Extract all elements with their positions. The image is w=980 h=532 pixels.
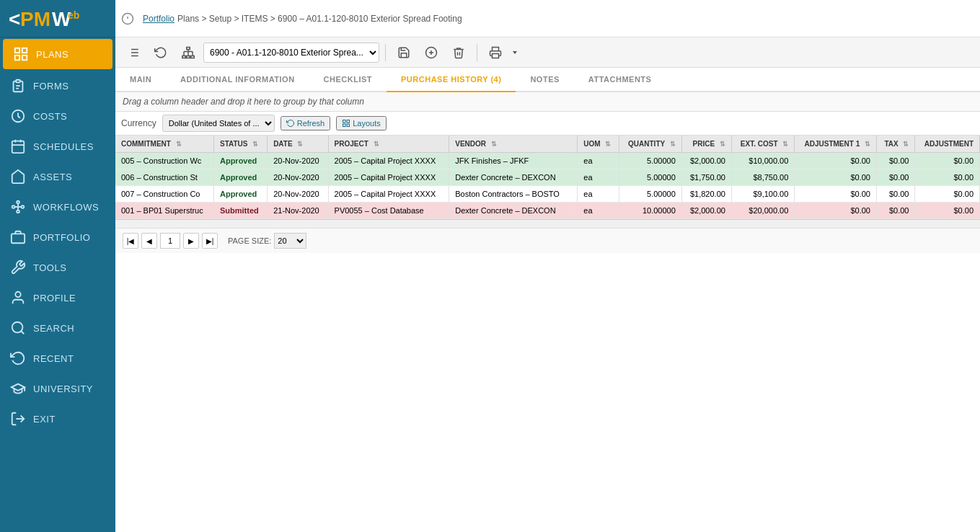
print-dropdown[interactable]: [483, 43, 521, 63]
sidebar-item-recent[interactable]: RECENT: [0, 343, 115, 373]
add-button[interactable]: [419, 43, 443, 63]
list-view-button[interactable]: [121, 43, 146, 63]
table-row[interactable]: 007 – Construction CoApproved20-Nov-2020…: [115, 186, 980, 203]
table-cell: ea: [578, 169, 619, 186]
table-cell: 21-Nov-2020: [268, 203, 328, 219]
page-last-button[interactable]: ▶|: [202, 233, 218, 249]
table-cell: $1,820.00: [681, 186, 731, 203]
print-button[interactable]: [483, 43, 507, 63]
table-row[interactable]: 006 – Construction StApproved20-Nov-2020…: [115, 169, 980, 186]
groupby-bar: Drag a column header and drop it here to…: [115, 92, 980, 112]
table-cell: $9,100.00: [731, 186, 794, 203]
sidebar-label-exit: EXIT: [33, 414, 56, 425]
table-container: COMMITMENT ⇅ STATUS ⇅ DATE ⇅ PROJECT: [115, 136, 980, 219]
table-cell: 2005 – Capital Project XXXX: [328, 169, 449, 186]
table-cell: ea: [578, 203, 619, 219]
col-tax[interactable]: TAX ⇅: [876, 136, 914, 153]
col-date[interactable]: DATE ⇅: [268, 136, 328, 153]
svg-rect-52: [347, 120, 350, 123]
col-uom[interactable]: UOM ⇅: [578, 136, 619, 153]
delete-button[interactable]: [446, 43, 471, 63]
sidebar-item-portfolio[interactable]: PORTFOLIO: [0, 222, 115, 252]
table-cell: 20-Nov-2020: [268, 186, 328, 203]
svg-rect-51: [343, 120, 346, 123]
table-row[interactable]: 001 – BP01 SuperstrucSubmitted21-Nov-202…: [115, 203, 980, 219]
col-vendor[interactable]: VENDOR ⇅: [449, 136, 578, 153]
save-button[interactable]: [392, 43, 416, 63]
sidebar-label-workflows: WORKFLOWS: [33, 202, 99, 213]
table-cell: 001 – BP01 Superstruc: [115, 203, 213, 219]
print-dropdown-arrow[interactable]: [508, 45, 521, 60]
tab-additional-information[interactable]: ADDITIONAL INFORMATION: [166, 68, 309, 92]
sidebar-item-search[interactable]: SEARCH: [0, 313, 115, 343]
history-button[interactable]: [149, 43, 173, 63]
sidebar-item-tools[interactable]: TOOLS: [0, 252, 115, 283]
svg-point-16: [12, 205, 15, 208]
table-cell: 006 – Construction St: [115, 169, 213, 186]
scroll-bar[interactable]: [115, 219, 980, 228]
table-body: 005 – Construction WcApproved20-Nov-2020…: [115, 153, 980, 219]
svg-rect-7: [22, 56, 27, 60]
table-cell: $10,000.00: [731, 153, 794, 169]
table-cell: $2,000.00: [681, 203, 731, 219]
svg-rect-22: [12, 234, 25, 243]
sidebar-item-schedules[interactable]: SCHEDULES: [0, 131, 115, 161]
table-cell: ea: [578, 153, 619, 169]
sidebar-label-tools: TOOLS: [33, 262, 66, 273]
sidebar-item-workflows[interactable]: WORKFLOWS: [0, 192, 115, 222]
col-ext-cost[interactable]: EXT. COST ⇅: [731, 136, 794, 153]
main-content: Portfolio Plans > Setup > ITEMS > 6900 –…: [115, 0, 980, 532]
currency-select[interactable]: Dollar (United States of ...: [162, 115, 275, 132]
sidebar-item-university[interactable]: UNIVERSITY: [0, 373, 115, 404]
table-cell: $0.00: [876, 186, 914, 203]
col-project[interactable]: PROJECT ⇅: [328, 136, 449, 153]
col-adjustment2[interactable]: ADJUSTMENT: [915, 136, 980, 153]
record-select[interactable]: 6900 - A01.1-120-8010 Exterior Sprea...: [203, 43, 379, 63]
tab-main[interactable]: MAIN: [115, 68, 166, 92]
sidebar-item-plans[interactable]: PLANS: [3, 39, 112, 69]
breadcrumb-portfolio[interactable]: Portfolio: [143, 14, 175, 24]
svg-point-23: [15, 292, 20, 297]
tab-attachments[interactable]: ATTACHMENTS: [574, 68, 666, 92]
page-prev-button[interactable]: ◀: [141, 233, 157, 249]
sort-icon-ext-cost: ⇅: [782, 141, 788, 148]
col-quantity[interactable]: QUANTITY ⇅: [619, 136, 682, 153]
sidebar-label-recent: RECENT: [33, 353, 74, 364]
svg-point-18: [22, 205, 25, 208]
sidebar-item-profile[interactable]: PROFILE: [0, 283, 115, 313]
sidebar-label-plans: PLANS: [36, 49, 69, 60]
tab-purchase-history[interactable]: PURCHASE HISTORY (4): [387, 68, 516, 92]
table-cell: $20,000.00: [731, 203, 794, 219]
tab-notes[interactable]: NOTES: [516, 68, 573, 92]
col-commitment[interactable]: COMMITMENT ⇅: [115, 136, 213, 153]
table-row[interactable]: 005 – Construction WcApproved20-Nov-2020…: [115, 153, 980, 169]
page-current-input[interactable]: [160, 233, 180, 249]
table-cell: $8,750.00: [731, 169, 794, 186]
svg-rect-53: [343, 124, 346, 127]
record-selector[interactable]: 6900 - A01.1-120-8010 Exterior Sprea...: [203, 43, 379, 63]
sidebar-label-assets: ASSETS: [33, 172, 72, 182]
sidebar-item-forms[interactable]: FORMS: [0, 71, 115, 101]
col-price[interactable]: PRICE ⇅: [681, 136, 731, 153]
page-size-select[interactable]: 20 50 100: [274, 233, 306, 249]
sidebar: < PM W eb PLANS FORMS COSTS SCHEDULES: [0, 0, 115, 532]
table-cell: Approved: [213, 153, 267, 169]
sidebar-item-costs[interactable]: COSTS: [0, 101, 115, 131]
table-cell: $0.00: [915, 153, 980, 169]
page-next-button[interactable]: ▶: [183, 233, 199, 249]
page-first-button[interactable]: |◀: [123, 233, 138, 249]
table-cell: PV0055 – Cost Database: [328, 203, 449, 219]
info-icon: [121, 12, 134, 25]
sidebar-item-assets[interactable]: ASSETS: [0, 161, 115, 192]
hierarchy-button[interactable]: [176, 43, 200, 63]
sidebar-item-exit[interactable]: EXIT: [0, 404, 115, 434]
refresh-button[interactable]: Refresh: [281, 116, 331, 130]
table-cell: 5.00000: [619, 169, 682, 186]
col-adjustment1[interactable]: ADJUSTMENT 1 ⇅: [795, 136, 877, 153]
layouts-button[interactable]: Layouts: [336, 116, 387, 130]
col-status[interactable]: STATUS ⇅: [213, 136, 267, 153]
svg-rect-36: [187, 47, 190, 49]
tab-checklist[interactable]: CHECKLIST: [309, 68, 387, 92]
table-cell: $0.00: [915, 203, 980, 219]
sort-icon-uom: ⇅: [605, 141, 611, 148]
